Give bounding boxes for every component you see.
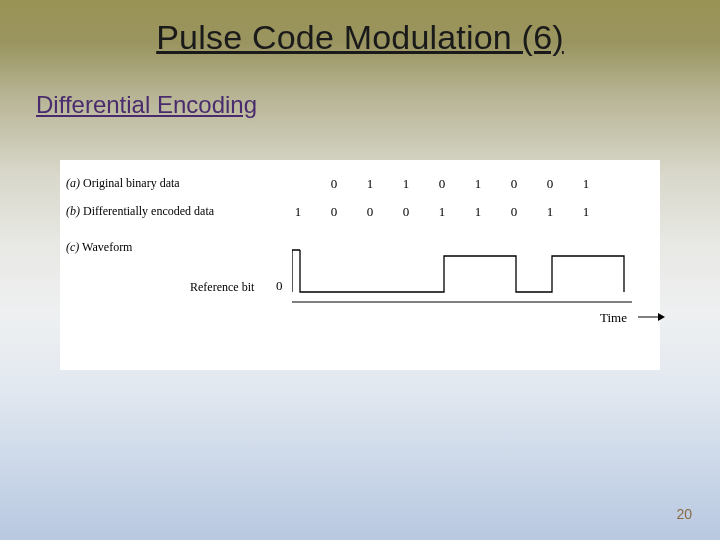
bit: 0	[496, 176, 532, 192]
reference-zero: 0	[276, 278, 283, 294]
bits-differential: 100011011	[280, 204, 604, 220]
label-c-text: Waveform	[79, 240, 132, 254]
label-b-prefix: (b)	[66, 204, 80, 218]
bit: 0	[532, 176, 568, 192]
label-b: (b) Differentially encoded data	[66, 204, 214, 219]
figure-container: (a) Original binary data 01101001 (b) Di…	[60, 160, 660, 370]
bit: 1	[568, 176, 604, 192]
time-arrow-icon	[638, 310, 666, 324]
page-number: 20	[676, 506, 692, 522]
bits-original: 01101001	[316, 176, 604, 192]
label-c: (c) Waveform	[66, 240, 132, 255]
bit: 1	[280, 204, 316, 220]
time-axis-label: Time	[600, 310, 627, 326]
label-a-prefix: (a)	[66, 176, 80, 190]
page-title: Pulse Code Modulation (6)	[0, 0, 720, 69]
bit: 0	[424, 176, 460, 192]
bit: 1	[532, 204, 568, 220]
bit: 0	[352, 204, 388, 220]
bit: 1	[352, 176, 388, 192]
label-c-prefix: (c)	[66, 240, 79, 254]
reference-bit-label: Reference bit	[190, 280, 254, 295]
bit: 1	[568, 204, 604, 220]
label-b-text: Differentially encoded data	[80, 204, 214, 218]
bit: 1	[388, 176, 424, 192]
bit: 1	[460, 204, 496, 220]
label-a-text: Original binary data	[80, 176, 180, 190]
bit: 1	[460, 176, 496, 192]
bit: 0	[496, 204, 532, 220]
waveform-svg	[292, 242, 632, 312]
bit: 0	[316, 204, 352, 220]
bit: 0	[388, 204, 424, 220]
bit: 1	[424, 204, 460, 220]
subtitle: Differential Encoding	[0, 69, 720, 129]
label-a: (a) Original binary data	[66, 176, 180, 191]
bit: 0	[316, 176, 352, 192]
